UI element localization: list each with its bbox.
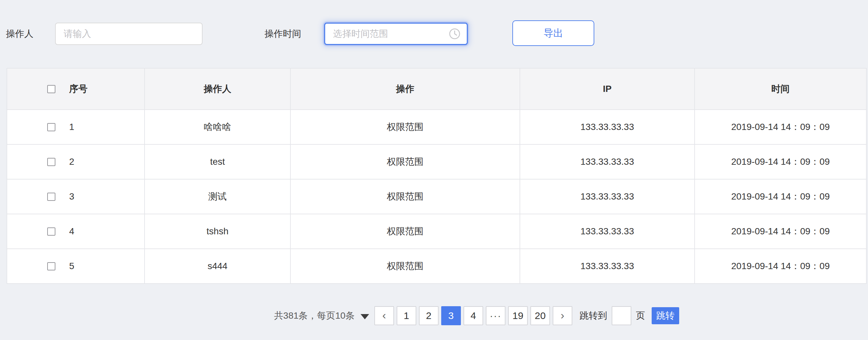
row-index: 3 (69, 191, 74, 202)
cell-ip: 133.33.33.33 (520, 110, 695, 145)
cell-time: 2019-09-14 14：09：09 (695, 214, 867, 249)
page-button-4[interactable]: 4 (464, 306, 483, 325)
cell-time: 2019-09-14 14：09：09 (695, 249, 867, 284)
next-page-button[interactable]: › (553, 306, 572, 325)
time-range-picker[interactable] (324, 23, 468, 45)
pagination: 共381条，每页10条 ‹ 1 2 3 4 ··· 19 20 › 跳转到 页 … (42, 306, 868, 325)
cell-operator: 啥啥啥 (145, 110, 291, 145)
cell-action: 权限范围 (291, 214, 520, 249)
table-header-action: 操作 (291, 68, 520, 110)
jump-to-label: 跳转到 (580, 310, 607, 322)
table-row-cell-index: 2 (7, 145, 145, 179)
cell-ip: 133.33.33.33 (520, 145, 695, 179)
row-index: 1 (69, 122, 74, 132)
cell-ip: 133.33.33.33 (520, 179, 695, 214)
export-button[interactable]: 导出 (513, 20, 594, 46)
table-row-cell-index: 1 (7, 110, 145, 145)
row-checkbox[interactable] (47, 227, 55, 236)
operation-log-page: 操作人 操作时间 导出 序号 操作人 操作 IP 时间 1 啥啥啥 权限范围 1… (0, 0, 868, 340)
cell-ip: 133.33.33.33 (520, 249, 695, 284)
page-button-3-active[interactable]: 3 (441, 306, 461, 325)
clock-icon (448, 28, 461, 40)
cell-ip: 133.33.33.33 (520, 214, 695, 249)
row-checkbox[interactable] (47, 193, 55, 201)
row-checkbox[interactable] (47, 123, 55, 131)
pagination-summary: 共381条，每页10条 (274, 310, 355, 322)
row-index: 5 (69, 261, 74, 272)
row-index: 2 (69, 157, 74, 167)
table-header-ip: IP (520, 68, 695, 110)
more-pages-button[interactable]: ··· (486, 306, 505, 325)
table-row-cell-index: 3 (7, 179, 145, 214)
time-range-input[interactable] (332, 28, 448, 39)
log-table: 序号 操作人 操作 IP 时间 1 啥啥啥 权限范围 133.33.33.33 … (6, 68, 867, 284)
table-row-cell-index: 5 (7, 249, 145, 284)
cell-time: 2019-09-14 14：09：09 (695, 145, 867, 179)
row-index: 4 (69, 226, 74, 237)
operator-label: 操作人 (6, 28, 33, 40)
cell-operator: s444 (145, 249, 291, 284)
column-header-label: 序号 (69, 83, 88, 95)
cell-action: 权限范围 (291, 179, 520, 214)
page-button-20[interactable]: 20 (530, 306, 550, 325)
cell-operator: 测试 (145, 179, 291, 214)
table-header-time: 时间 (695, 68, 867, 110)
jump-button[interactable]: 跳转 (652, 307, 679, 324)
operator-input[interactable] (55, 23, 203, 45)
cell-operator: test (145, 145, 291, 179)
table-row-cell-index: 4 (7, 214, 145, 249)
time-label: 操作时间 (265, 28, 301, 40)
cell-time: 2019-09-14 14：09：09 (695, 110, 867, 145)
cell-action: 权限范围 (291, 110, 520, 145)
row-checkbox[interactable] (47, 262, 55, 271)
page-button-2[interactable]: 2 (419, 306, 439, 325)
cell-action: 权限范围 (291, 249, 520, 284)
cell-time: 2019-09-14 14：09：09 (695, 179, 867, 214)
cell-action: 权限范围 (291, 145, 520, 179)
page-button-19[interactable]: 19 (508, 306, 528, 325)
row-checkbox[interactable] (47, 158, 55, 166)
page-unit-label: 页 (636, 310, 645, 322)
table-header-index: 序号 (7, 68, 145, 110)
jump-page-input[interactable] (612, 306, 631, 325)
caret-down-icon[interactable] (361, 314, 369, 319)
page-button-1[interactable]: 1 (397, 306, 416, 325)
cell-operator: tshsh (145, 214, 291, 249)
select-all-checkbox[interactable] (47, 85, 55, 93)
prev-page-button[interactable]: ‹ (374, 306, 394, 325)
table-header-operator: 操作人 (145, 68, 291, 110)
